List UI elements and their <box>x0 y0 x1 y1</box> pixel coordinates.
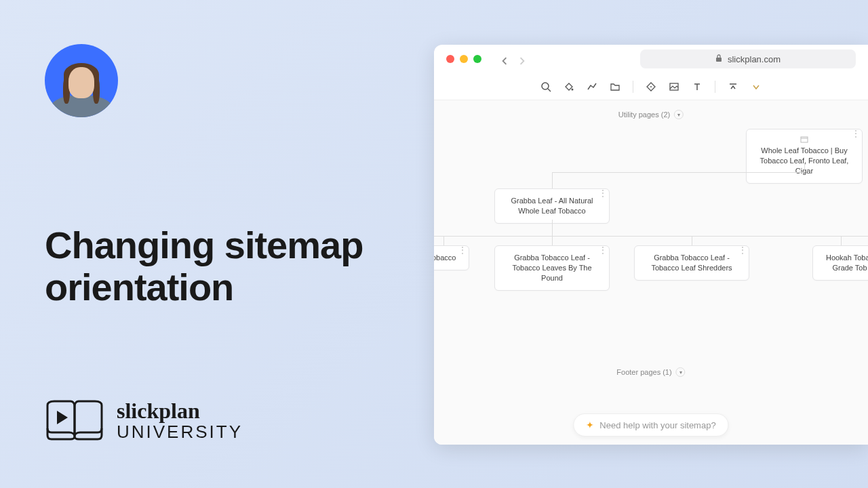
sitemap-canvas[interactable]: Utility pages (2) ▾ Whole Leaf Tobacco |… <box>434 100 868 445</box>
window-traffic-lights <box>446 55 481 63</box>
folder-icon[interactable] <box>610 81 620 92</box>
browser-back-button[interactable] <box>500 56 507 62</box>
text-icon[interactable] <box>692 81 703 92</box>
search-icon[interactable] <box>540 81 551 92</box>
sitemap-node[interactable]: Grabba Tobacco Leaf - Tobacco Leaf Shred… <box>634 245 749 281</box>
fill-icon[interactable] <box>564 81 574 92</box>
sitemap-node[interactable]: Grabba Leaf - All Natural Whole Leaf Tob… <box>494 188 610 224</box>
browser-window: slickplan.com Utility pages (2) ▾ Whole … <box>434 45 868 445</box>
more-icon[interactable]: ⋮ <box>458 249 466 251</box>
shape-icon[interactable] <box>646 81 656 92</box>
slickplan-university-logo: slickplan UNIVERSITY <box>45 399 243 442</box>
svg-point-3 <box>572 88 574 90</box>
presenter-avatar <box>45 44 118 117</box>
chevron-down-icon[interactable]: ▾ <box>676 367 686 377</box>
chevron-down-icon[interactable]: ▾ <box>674 110 684 119</box>
expand-down-icon[interactable] <box>751 81 762 92</box>
logo-university-text: UNIVERSITY <box>117 423 243 441</box>
sitemap-node[interactable]: Hookah Tobac Grade Tob ⋮ <box>812 245 868 281</box>
minimize-window-dot[interactable] <box>460 55 468 63</box>
close-window-dot[interactable] <box>446 55 454 63</box>
footer-pages-label[interactable]: Footer pages (1) ▾ <box>616 367 685 377</box>
sitemap-node[interactable]: Grabba Tobacco Leaf - Tobacco Leaves By … <box>494 245 610 291</box>
browser-url: slickplan.com <box>728 54 781 64</box>
chart-icon[interactable] <box>587 81 597 92</box>
help-prompt[interactable]: ✦ Need help with your sitemap? <box>573 413 728 436</box>
sitemap-node[interactable]: Tobacco ⋮ <box>434 245 469 270</box>
app-toolbar <box>434 73 868 100</box>
more-icon[interactable]: ⋮ <box>738 249 746 251</box>
more-icon[interactable]: ⋮ <box>852 132 859 135</box>
svg-rect-7 <box>801 137 808 142</box>
collapse-up-icon[interactable] <box>728 81 738 92</box>
page-title: Changing sitemap orientation <box>45 224 397 308</box>
utility-pages-label[interactable]: Utility pages (2) ▾ <box>618 110 684 119</box>
svg-rect-0 <box>716 58 722 62</box>
logo-script-text: slickplan <box>117 400 243 422</box>
lock-icon <box>715 54 722 64</box>
svg-line-2 <box>548 89 551 92</box>
sparkle-icon: ✦ <box>586 420 594 430</box>
more-icon[interactable]: ⋮ <box>599 192 606 195</box>
browser-address-bar[interactable]: slickplan.com <box>640 49 856 68</box>
image-icon[interactable] <box>669 81 679 92</box>
sitemap-node-root[interactable]: Whole Leaf Tobacco | Buy Tobacco Leaf, F… <box>746 129 863 184</box>
browser-forward-button[interactable] <box>518 56 525 62</box>
page-icon <box>800 136 808 143</box>
more-icon[interactable]: ⋮ <box>599 249 606 251</box>
book-play-icon <box>45 399 104 442</box>
maximize-window-dot[interactable] <box>473 55 481 63</box>
svg-point-4 <box>650 86 652 87</box>
svg-point-1 <box>542 83 549 89</box>
